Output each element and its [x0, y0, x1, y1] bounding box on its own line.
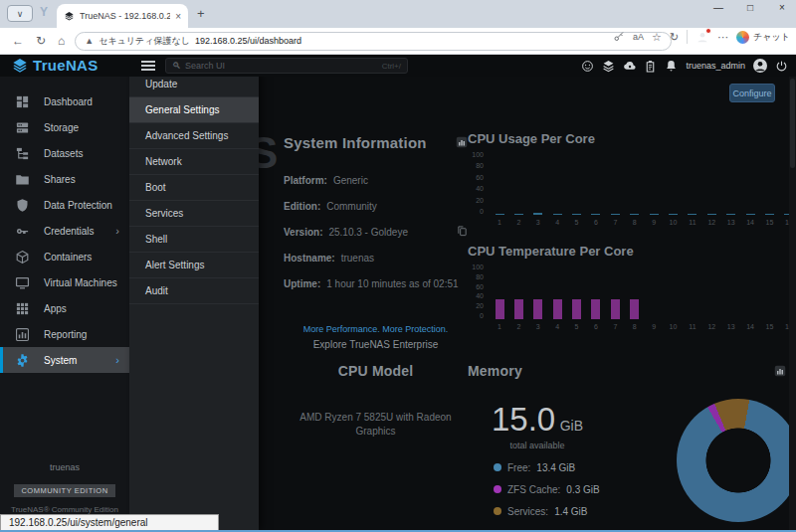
system-menu-item-advanced-settings[interactable]: Advanced Settings — [129, 123, 259, 149]
browser-extension-icon[interactable]: Y — [40, 5, 48, 19]
favorite-star-icon[interactable]: ☆ — [652, 31, 662, 44]
row-value: Generic — [333, 175, 368, 186]
truecommand-icon[interactable] — [623, 60, 636, 73]
sidebar-item-datasets[interactable]: Datasets — [0, 140, 129, 166]
system-menu-item-network[interactable]: Network — [129, 149, 259, 175]
sidebar-item-apps[interactable]: Apps — [0, 295, 129, 321]
window-minimize-button[interactable]: — — [712, 2, 724, 13]
system-menu-item-shell[interactable]: Shell — [129, 227, 259, 253]
configure-button[interactable]: Configure — [729, 84, 775, 102]
explore-enterprise-label[interactable]: Explore TrueNAS Enterprise — [284, 339, 468, 350]
sidebar-item-system[interactable]: System› — [0, 347, 129, 373]
alerts-bell-icon[interactable] — [665, 60, 678, 73]
bar-slot — [723, 151, 739, 215]
system-menu-item-alert-settings[interactable]: Alert Settings — [129, 253, 259, 278]
home-icon[interactable]: ⌂ — [58, 34, 65, 48]
apps-icon — [15, 301, 30, 316]
system-menu-item-boot[interactable]: Boot — [129, 175, 259, 201]
legend-label: Services: — [507, 506, 548, 517]
translate-icon[interactable]: aA — [633, 32, 644, 42]
new-tab-button[interactable]: + — [197, 6, 205, 21]
search-box[interactable]: 🔍︎ Ctrl+/ — [165, 58, 408, 74]
system-info-row-uptime-: Uptime:1 hour 10 minutes as of 02:51 — [284, 278, 468, 304]
bar — [611, 214, 620, 215]
sidebar-item-storage[interactable]: Storage — [0, 114, 129, 140]
username-label: truenas_admin — [686, 61, 745, 71]
sidebar-item-data-protection[interactable]: Data Protection — [0, 192, 129, 218]
update-icon[interactable] — [602, 60, 615, 73]
sidebar-item-virtual-machines[interactable]: Virtual Machines — [0, 269, 129, 295]
sidebar-item-label: Dashboard — [44, 96, 93, 107]
browser-tab[interactable]: TrueNAS - 192.168.0.25 × — [57, 4, 188, 28]
reports-link-icon[interactable] — [456, 136, 468, 148]
window-maximize-button[interactable]: □ — [744, 2, 756, 13]
bar — [630, 214, 639, 215]
user-avatar-icon[interactable] — [753, 59, 767, 73]
sidebar-item-label: Storage — [44, 122, 79, 133]
y-tick-label: 0 — [468, 208, 484, 215]
bar-slot — [569, 264, 585, 319]
row-value: 1 hour 10 minutes as of 02:51 — [326, 278, 458, 289]
browser-tab-strip: ∨ Y TrueNAS - 192.168.0.25 × + — □ × — [0, 0, 796, 28]
back-icon[interactable]: ← — [12, 34, 24, 48]
browser-menu-icon[interactable]: ⋯ — [717, 31, 728, 44]
cpu-usage-chart: CPU Usage Per Core 100806040200 12345678… — [468, 131, 796, 226]
feedback-icon[interactable] — [581, 60, 594, 73]
sidebar-item-label: Datasets — [44, 148, 83, 159]
collections-icon[interactable]: ↻ — [670, 31, 679, 44]
y-tick-label: 60 — [468, 174, 484, 181]
tab-close-icon[interactable]: × — [175, 11, 181, 22]
search-input[interactable] — [185, 61, 378, 71]
refresh-icon[interactable]: ↻ — [36, 34, 46, 48]
truenas-app: TrueNAS 🔍︎ Ctrl+/ truenas_admin Dashboa — [0, 55, 796, 530]
bar-slot — [492, 151, 507, 215]
bar-slot — [607, 151, 623, 215]
bar-slot — [510, 151, 526, 215]
sidebar-item-shares[interactable]: Shares — [0, 166, 129, 192]
memory-reports-link-icon[interactable] — [774, 365, 786, 377]
system-information-title: System Information — [284, 134, 468, 151]
bar-slot — [685, 151, 700, 215]
legend-value: 13.4 GiB — [536, 462, 575, 473]
sidebar-item-label: Containers — [44, 252, 92, 263]
sidebar-item-dashboard[interactable]: Dashboard — [0, 89, 129, 114]
system-menu-item-audit[interactable]: Audit — [129, 278, 259, 304]
page-scrollbar[interactable] — [789, 77, 796, 530]
row-value: 25.10.3 - Goldeye — [328, 227, 408, 238]
jobs-icon[interactable] — [644, 60, 657, 73]
bar-slot — [666, 151, 682, 215]
window-close-button[interactable]: × — [776, 2, 788, 13]
x-tick-label: 9 — [646, 323, 662, 330]
sidebar-item-containers[interactable]: Containers — [0, 244, 129, 269]
system-menu-item-services[interactable]: Services — [129, 201, 259, 227]
y-tick-label: 40 — [468, 185, 484, 192]
edition-label: TrueNAS® Community Edition — [0, 505, 129, 514]
search-icon: 🔍︎ — [172, 61, 181, 71]
password-key-icon[interactable] — [613, 31, 625, 43]
browser-profile-avatar[interactable] — [696, 30, 709, 44]
sidebar-item-label: System — [44, 355, 77, 366]
bar — [707, 214, 716, 215]
power-icon[interactable] — [775, 60, 788, 73]
system-menu-item-general-settings[interactable]: General Settings — [129, 97, 259, 123]
community-edition-badge: COMMUNITY EDITION — [14, 484, 114, 497]
security-warning-icon[interactable]: ▲ — [85, 36, 94, 46]
x-tick-label: 10 — [666, 219, 682, 226]
cpu-temperature-chart: CPU Temperature Per Core 100806040200 12… — [468, 244, 796, 330]
bar — [726, 214, 735, 215]
sidebar-item-reporting[interactable]: Reporting — [0, 321, 129, 347]
sidebar-toggle-icon[interactable] — [141, 61, 155, 73]
reporting-icon — [15, 327, 30, 342]
enterprise-link[interactable]: More Performance. More Protection. — [284, 324, 468, 334]
bar — [514, 299, 523, 319]
copilot-chat-button[interactable]: チャット — [736, 31, 790, 44]
url-field[interactable]: ▲ セキュリティ保護なし 192.168.0.25/ui/dashboard — [75, 32, 672, 51]
truenas-logo[interactable]: TrueNAS — [12, 57, 98, 74]
sidebar-item-credentials[interactable]: Credentials› — [0, 218, 129, 244]
copilot-icon — [736, 31, 749, 44]
tab-actions-menu-button[interactable]: ∨ — [7, 5, 33, 22]
legend-dot-icon — [494, 463, 501, 471]
copy-version-icon[interactable] — [457, 225, 468, 238]
containers-icon — [15, 250, 30, 265]
bar — [553, 214, 562, 215]
